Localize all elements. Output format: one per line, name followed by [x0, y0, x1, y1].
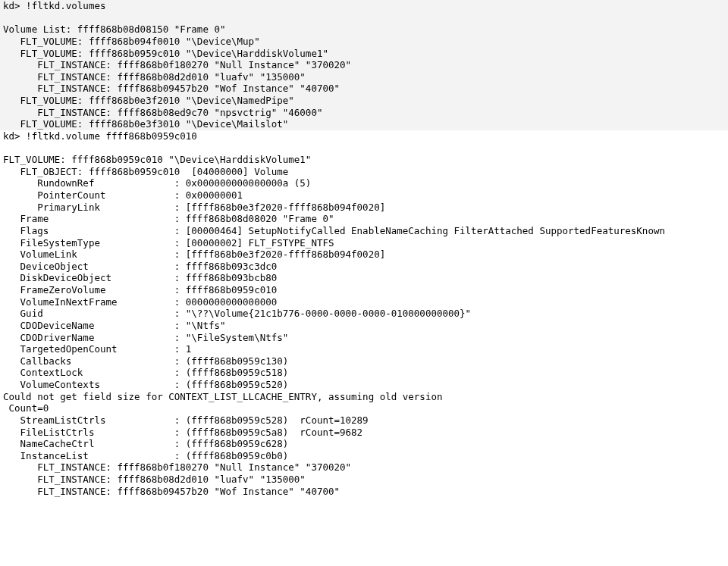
terminal-block-1: kd> !fltkd.volumes Volume List: ffff868b…	[0, 0, 728, 130]
terminal-block-2: kd> !fltkd.volume ffff868b0959c010 FLT_V…	[0, 130, 728, 497]
